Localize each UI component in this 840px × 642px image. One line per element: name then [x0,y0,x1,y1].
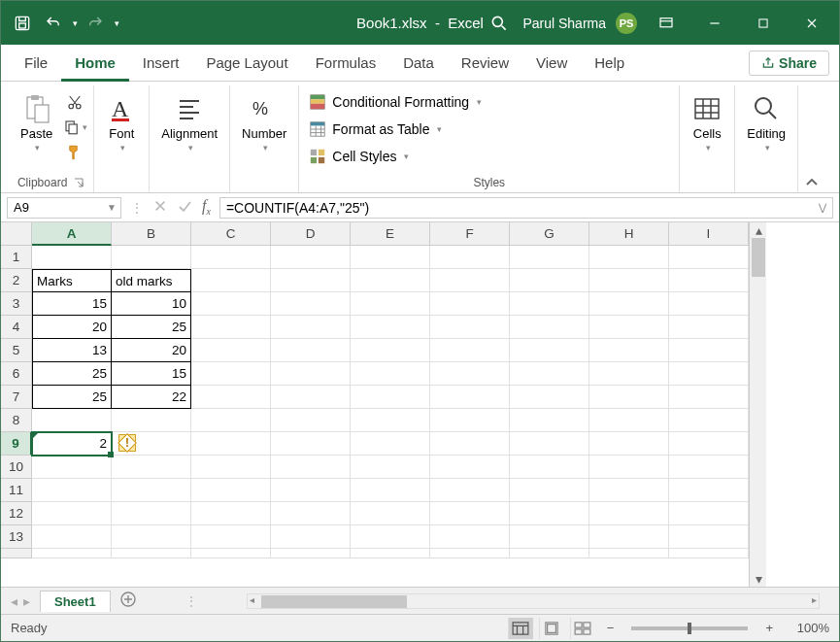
cell[interactable] [669,502,749,525]
cut-button[interactable] [62,89,87,115]
cell[interactable]: 25 [112,316,191,339]
spreadsheet-grid[interactable]: ABCDEFGHI12Marksold marks315104202551320… [1,222,839,587]
cell[interactable]: 20 [112,339,191,362]
cell[interactable] [32,456,112,479]
error-indicator-icon[interactable]: ! [118,434,136,452]
cell[interactable] [32,502,112,525]
copy-button[interactable]: ▾ [62,115,87,140]
tab-home[interactable]: Home [61,45,129,82]
cell[interactable] [191,479,271,502]
cell[interactable] [271,456,351,479]
expand-formula-bar-icon[interactable]: ⋁ [819,202,826,213]
redo-button[interactable] [82,10,109,37]
cell[interactable] [669,525,749,549]
cell[interactable] [430,269,510,292]
cell[interactable] [589,339,669,362]
hscroll-thumb[interactable] [261,595,407,608]
row-header[interactable]: 2 [1,269,32,292]
cell[interactable]: 15 [112,362,191,386]
cell[interactable] [430,479,510,502]
font-button[interactable]: A Font▾ [100,89,143,156]
vertical-scrollbar[interactable]: ▴ ▾ [749,222,766,587]
clipboard-launcher-icon[interactable] [73,177,84,188]
cell[interactable] [271,502,351,525]
cell[interactable] [351,525,430,549]
cell[interactable] [510,292,589,316]
column-header[interactable]: G [510,222,589,246]
cell[interactable] [351,246,430,269]
cell[interactable] [271,549,351,558]
cell[interactable] [271,409,351,432]
cell[interactable] [669,246,749,269]
column-header[interactable]: E [351,222,430,246]
cell[interactable] [112,549,191,558]
select-all-cell[interactable] [1,222,32,246]
cell[interactable] [112,409,191,432]
cell[interactable] [510,456,589,479]
cell[interactable] [430,362,510,386]
cell[interactable] [589,409,669,432]
cell[interactable] [191,432,271,456]
row-header[interactable]: 5 [1,339,32,362]
cell[interactable]: 13 [32,339,112,362]
cell[interactable] [510,409,589,432]
conditional-formatting-button[interactable]: Conditional Formatting▾ [305,89,486,115]
row-header[interactable]: 7 [1,386,32,409]
cancel-formula-button[interactable] [153,199,167,216]
ribbon-display-icon[interactable] [647,9,686,38]
cell[interactable] [669,456,749,479]
cell[interactable] [430,502,510,525]
tab-insert[interactable]: Insert [129,45,193,82]
cell[interactable] [112,525,191,549]
cells-button[interactable]: Cells▾ [686,89,728,156]
sheet-tab[interactable]: Sheet1 [40,591,111,612]
normal-view-button[interactable] [508,618,533,639]
cell[interactable] [191,386,271,409]
cell[interactable] [589,479,669,502]
cell[interactable] [351,269,430,292]
cell[interactable] [271,269,351,292]
cell[interactable] [589,432,669,456]
cell[interactable] [589,456,669,479]
tab-data[interactable]: Data [389,45,448,82]
name-box[interactable]: A9 ▼ [7,197,121,219]
autosave-icon[interactable] [9,10,36,37]
cell[interactable] [351,549,430,558]
cell[interactable] [669,386,749,409]
cell[interactable] [669,269,749,292]
row-header[interactable]: 4 [1,316,32,339]
cell[interactable] [191,456,271,479]
cell[interactable] [430,339,510,362]
cell[interactable] [351,479,430,502]
scroll-down-icon[interactable]: ▾ [752,572,765,586]
cell[interactable] [351,386,430,409]
row-header[interactable]: 8 [1,409,32,432]
cell[interactable] [510,362,589,386]
row-header[interactable]: 11 [1,479,32,502]
user-name[interactable]: Parul Sharma [522,16,606,31]
scroll-up-icon[interactable]: ▴ [752,223,765,237]
cell[interactable] [510,269,589,292]
maximize-button[interactable] [744,9,783,38]
cell[interactable] [589,502,669,525]
cell[interactable] [32,246,112,269]
cell[interactable] [589,525,669,549]
tab-help[interactable]: Help [581,45,638,82]
row-header[interactable]: 1 [1,246,32,269]
cell[interactable] [351,339,430,362]
collapse-ribbon-button[interactable] [798,85,831,192]
number-button[interactable]: % Number▾ [236,89,292,156]
cell[interactable] [669,479,749,502]
undo-button[interactable] [40,10,67,37]
tab-formulas[interactable]: Formulas [302,45,390,82]
cell[interactable] [589,292,669,316]
insert-function-button[interactable]: fx [202,197,211,217]
cell[interactable] [510,502,589,525]
formula-input[interactable]: =COUNTIF(A4:A7,"25") ⋁ [219,197,833,219]
cell[interactable] [430,456,510,479]
cell[interactable] [589,246,669,269]
cell[interactable] [669,409,749,432]
cell[interactable] [430,525,510,549]
cell[interactable] [510,246,589,269]
cell[interactable] [271,292,351,316]
